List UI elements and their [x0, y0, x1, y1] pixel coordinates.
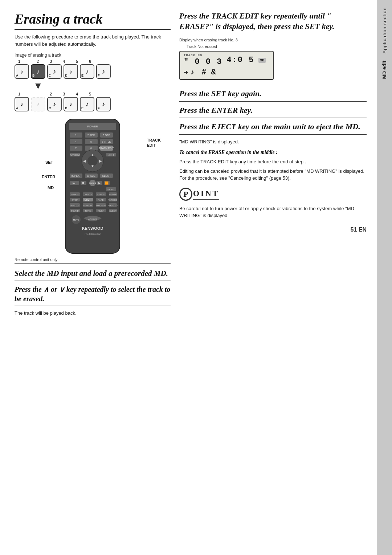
step-separator-2 [15, 306, 171, 306]
step3-heading: Press the ENTER key. [179, 105, 367, 116]
svg-text:SOUND: SOUND [71, 210, 79, 212]
svg-text:MUTE: MUTE [73, 219, 79, 221]
step4-heading: Press the EJECT key on the main unit to … [179, 122, 367, 132]
step1-separator [179, 34, 367, 34]
image-label: Image of erasing a track [15, 53, 171, 58]
track-b-erased-icon: ✗ [31, 97, 45, 111]
svg-text:+10 -1: +10 -1 [108, 154, 114, 156]
step2-separator [179, 101, 367, 102]
svg-text:TIMER: TIMER [98, 210, 105, 212]
svg-text:FM/AM: FM/AM [97, 193, 104, 196]
step3-separator [179, 118, 367, 118]
display-number: " 0 0 3 [184, 57, 222, 66]
track-c-bottom-icon: ♪ C [47, 97, 62, 111]
page-number: 51 EN [179, 227, 367, 233]
svg-text:⏩: ⏩ [105, 181, 109, 185]
svg-text:MD▶H: MD▶H [85, 199, 91, 201]
svg-text:POWER: POWER [87, 125, 98, 128]
point-oint-text: OINT [193, 189, 219, 200]
svg-text:⏮: ⏮ [73, 181, 75, 185]
point-section: P OINT Be careful not to turn power off … [179, 188, 367, 219]
svg-text:SLEEP: SLEEP [109, 210, 116, 212]
step-separator-1 [15, 281, 171, 281]
svg-text:2 REC: 2 REC [87, 134, 95, 136]
cancel-heading: To cancel the ERASE operation in the mid… [179, 149, 367, 156]
right-sidebar: Application section MD edit [377, 0, 392, 555]
track-a-bottom-icon: ♪ A [15, 97, 29, 111]
track-e-bottom-icon: ♪ E [80, 97, 94, 111]
step2-section: Press the SET key again. [179, 89, 367, 102]
svg-text:DISPLAY: DISPLAY [83, 204, 93, 207]
step4-separator [179, 134, 367, 135]
display-box: TRACK NO " 0 0 3 4:0 5 MD ➜ ♪ # & [179, 51, 274, 80]
track-f-icon: ♪ F [96, 64, 111, 79]
svg-text:TUNING: TUNING [109, 193, 117, 196]
svg-text:RC-MDX0302: RC-MDX0302 [85, 233, 101, 235]
svg-text:CLEAR: CLEAR [102, 175, 110, 177]
page-title: Erasing a track [15, 11, 171, 30]
set-label: SET [45, 160, 53, 164]
track-d-bottom-icon: ♪ D [64, 97, 78, 111]
step4-section: Press the EJECT key on the main unit to … [179, 122, 367, 145]
track-erased-label: Track No. erased [187, 44, 217, 49]
track-played-back-text: The track will be played back. [15, 310, 171, 317]
display-md-badge: MD [258, 58, 265, 63]
svg-text:6 TITLE: 6 TITLE [102, 140, 111, 143]
divider-select-step [15, 263, 171, 264]
press-key-heading: Press the ∧ or ∨ key repeatedly to selec… [15, 285, 171, 303]
svg-text:5: 5 [90, 140, 92, 143]
svg-text:TAPE: TAPE [98, 199, 103, 201]
svg-text:▶: ▶ [98, 181, 101, 185]
svg-text:7: 7 [75, 147, 77, 150]
point-text: Be careful not to turn power off or appl… [179, 205, 367, 219]
cancel-text1: Press the TRACK EDIT key any time before… [179, 158, 367, 166]
step1-section: Press the TRACK EDIT key repeatedly unti… [179, 11, 367, 83]
svg-text:▶: ▶ [99, 159, 102, 163]
display-symbols: ➜ ♪ # & [184, 68, 269, 77]
step2-heading: Press the SET key again. [179, 89, 367, 99]
svg-text:MD-OTZ: MD-OTZ [70, 204, 79, 207]
svg-text:1: 1 [75, 134, 77, 136]
svg-text:SPACE: SPACE [87, 175, 95, 177]
track-d-icon: ♪ D [64, 64, 78, 79]
track-e-icon: ♪ E [80, 64, 94, 79]
svg-text:3 OFF: 3 OFF [103, 134, 110, 136]
remote-svg: POWER 1 2 REC 3 OFF 4 5 6 TITLE [62, 117, 123, 255]
svg-text:TONE: TONE [85, 210, 91, 212]
svg-text:TRACK EDIT: TRACK EDIT [99, 147, 114, 150]
svg-text:TAPE EQ: TAPE EQ [108, 199, 118, 201]
point-p-circle: P [179, 188, 192, 201]
svg-text:REPEAT: REPEAT [71, 175, 81, 177]
track-diagram: Image of erasing a track 1 2 3 4 5 6 [15, 53, 171, 111]
display-track-no-label: TRACK NO [184, 54, 222, 57]
select-md-heading: Select the MD input and load a prerecord… [15, 269, 171, 278]
intro-text: Use the following procedure to erase the… [15, 33, 171, 48]
sidebar-mdedit-text: MD edit [381, 61, 387, 79]
svg-text:TME DISP: TME DISP [96, 204, 106, 207]
enter-label: ENTER [42, 175, 55, 179]
select-step-section: Select the MD input and load a prerecord… [15, 269, 171, 317]
svg-text:▼: ▼ [91, 164, 94, 168]
svg-text:RANDOM: RANDOM [70, 154, 80, 156]
cancel-text2: Editing can be canceled provided that it… [179, 168, 367, 182]
svg-text:8: 8 [90, 147, 92, 150]
svg-text:CD/AUX: CD/AUX [84, 193, 92, 196]
svg-text:F.CALL: F.CALL [107, 188, 115, 191]
step1-heading: Press the TRACK EDIT key repeatedly unti… [179, 11, 367, 32]
display-time: 4:0 5 [226, 56, 254, 65]
svg-text:▲: ▲ [91, 153, 94, 157]
track-b-icon: ♪ B [31, 64, 45, 79]
svg-text:◀: ◀ [83, 159, 86, 163]
svg-text:TUNER: TUNER [71, 193, 79, 196]
remote-caption: Remote control unit only [15, 257, 171, 262]
track-c-icon: ♪ C [47, 64, 62, 79]
svg-text:⏹: ⏹ [82, 181, 85, 185]
arrow-down: ▼ [33, 81, 171, 90]
svg-text:KENWOOD: KENWOOD [82, 226, 103, 230]
sidebar-application-text: Application section [382, 7, 387, 53]
track-a-icon: ♪ A [15, 64, 29, 79]
track-edit-label: TRACKEDIT [147, 138, 161, 148]
svg-text:VOLUME: VOLUME [88, 218, 97, 220]
svg-text:TAPE OTE: TAPE OTE [107, 204, 118, 207]
remote-control-area: SET ENTER MD TRACKEDIT POWER 1 [49, 117, 136, 255]
